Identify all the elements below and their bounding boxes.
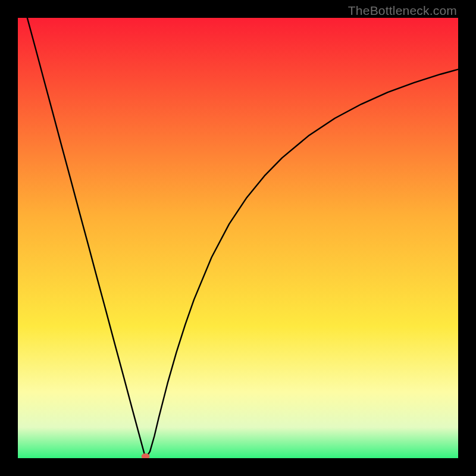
watermark-text: TheBottleneck.com — [348, 4, 457, 18]
plot-svg — [18, 18, 458, 458]
gradient-background — [18, 18, 458, 458]
chart-frame — [18, 18, 458, 458]
